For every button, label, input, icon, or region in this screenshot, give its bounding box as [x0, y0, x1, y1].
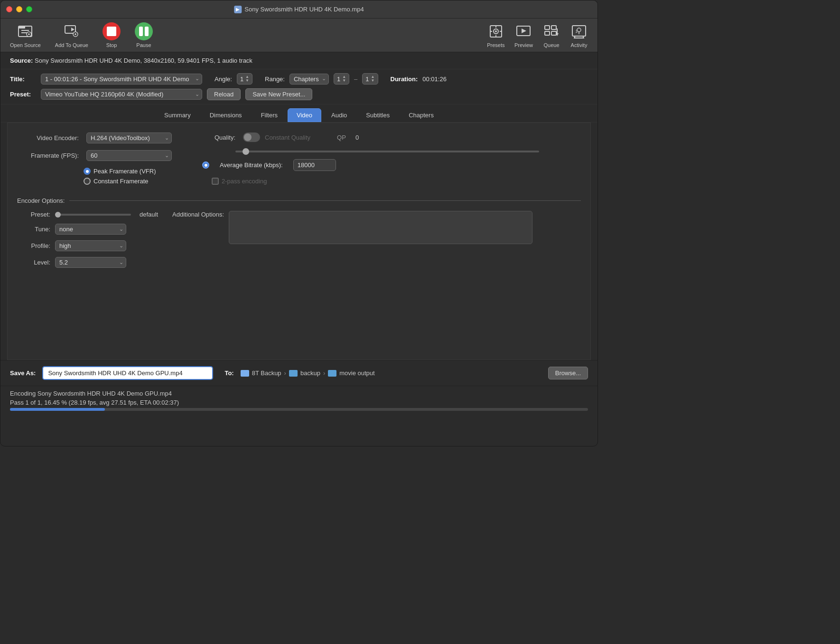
peak-framerate-label: Peak Framerate (VFR): [93, 168, 156, 175]
tab-filters[interactable]: Filters: [252, 108, 287, 122]
two-pass-checkbox-item[interactable]: 2-pass encoding: [212, 178, 267, 185]
preset-row: Preset: Vimeo YouTube HQ 2160p60 4K (Mod…: [10, 88, 588, 100]
preset-slider-thumb[interactable]: [55, 212, 61, 218]
tab-dimensions[interactable]: Dimensions: [201, 108, 251, 122]
profile-select[interactable]: high: [55, 240, 126, 251]
minimize-button[interactable]: [16, 6, 22, 12]
tune-select[interactable]: none: [55, 224, 126, 235]
video-encoder-label: Video Encoder:: [17, 134, 79, 142]
presets-button[interactable]: Presets: [487, 22, 505, 48]
angle-label: Angle:: [215, 76, 232, 83]
svg-rect-1: [19, 26, 25, 28]
quality-row: Quality: Constant Quality QP 0: [202, 133, 581, 142]
activity-label: Activity: [571, 42, 588, 48]
open-source-label: Open Source: [10, 42, 41, 48]
constant-framerate-option[interactable]: Constant Framerate: [84, 178, 156, 185]
maximize-button[interactable]: [26, 6, 32, 12]
preset-row-label: Preset:: [10, 91, 36, 98]
tab-audio[interactable]: Audio: [322, 108, 356, 122]
activity-button[interactable]: i Activity: [570, 22, 588, 48]
queue-icon: [542, 22, 560, 40]
svg-rect-13: [139, 27, 143, 36]
tune-select-wrapper: none: [55, 224, 126, 235]
reload-button[interactable]: Reload: [207, 88, 241, 100]
tune-label: Tune:: [17, 226, 50, 233]
drive-icon: [241, 370, 249, 377]
additional-options-label: Additional Options:: [172, 211, 224, 218]
preset-select[interactable]: Vimeo YouTube HQ 2160p60 4K (Modified): [41, 89, 202, 100]
two-pass-label: 2-pass encoding: [222, 178, 267, 185]
level-row: Level: 5.2: [17, 257, 158, 268]
preset-select-wrapper: Vimeo YouTube HQ 2160p60 4K (Modified): [41, 89, 202, 100]
quality-slider-thumb[interactable]: [243, 148, 249, 155]
tab-subtitles[interactable]: Subtitles: [357, 108, 399, 122]
add-to-queue-icon: [63, 22, 81, 40]
bitrate-row: Average Bitrate (kbps):: [202, 159, 581, 171]
pause-button[interactable]: Pause: [135, 22, 153, 48]
tab-summary[interactable]: Summary: [155, 108, 200, 122]
preset-slider: default: [55, 211, 158, 218]
tabs-bar: Summary Dimensions Filters Video Audio S…: [0, 104, 597, 123]
encoder-divider: [69, 200, 581, 201]
save-as-input[interactable]: [42, 366, 213, 380]
encoder-preset-label: Preset:: [17, 211, 50, 218]
title-label: Title:: [10, 76, 36, 83]
queue-button[interactable]: Queue: [542, 22, 560, 48]
video-encoder-row: Video Encoder: H.264 (VideoToolbox): [17, 133, 188, 143]
range-to-stepper[interactable]: 1 ▲▼: [362, 73, 378, 85]
progress-bar-container: [10, 408, 588, 411]
peak-framerate-option[interactable]: Peak Framerate (VFR): [84, 168, 156, 175]
framerate-type-group: Peak Framerate (VFR) Constant Framerate: [84, 168, 156, 185]
tab-chapters[interactable]: Chapters: [400, 108, 443, 122]
traffic-lights: [6, 6, 32, 12]
qp-value: 0: [355, 134, 359, 141]
video-encoder-select[interactable]: H.264 (VideoToolbox): [86, 133, 172, 143]
tab-video[interactable]: Video: [288, 108, 321, 122]
browse-button[interactable]: Browse...: [548, 367, 588, 379]
range-select[interactable]: Chapters: [289, 74, 329, 85]
video-section: Video Encoder: H.264 (VideoToolbox) Fram…: [17, 133, 581, 268]
angle-stepper[interactable]: 1 ▲▼: [237, 73, 252, 85]
save-row: Save As: To: 8T Backup › backup › movie …: [0, 360, 597, 386]
range-label: Range:: [265, 76, 285, 83]
additional-options-textarea[interactable]: [229, 211, 532, 244]
two-pass-row: 2-pass encoding: [202, 178, 581, 185]
app-icon: ▶: [234, 6, 242, 13]
avg-bitrate-radio[interactable]: [202, 161, 209, 169]
framerate-select[interactable]: 60: [86, 150, 172, 161]
encoder-fields: Preset: default Tune: none: [17, 211, 581, 268]
quality-toggle-row: Constant Quality: [243, 133, 310, 142]
video-encoder-select-wrapper: H.264 (VideoToolbox): [86, 133, 172, 143]
toolbar-right: Presets Preview: [487, 22, 588, 48]
level-select-wrapper: 5.2: [55, 257, 126, 268]
encoder-options-label: Encoder Options:: [17, 197, 65, 204]
avg-bitrate-input[interactable]: [293, 159, 336, 171]
framerate-select-wrapper: 60: [86, 150, 172, 161]
constant-quality-toggle[interactable]: [243, 133, 260, 142]
add-to-queue-button[interactable]: Add To Queue: [55, 22, 88, 48]
range-from-stepper[interactable]: 1 ▲▼: [334, 73, 349, 85]
profile-select-wrapper: high: [55, 240, 126, 251]
save-new-preset-button[interactable]: Save New Preset...: [245, 88, 312, 100]
preview-button[interactable]: Preview: [514, 22, 533, 48]
path-display: 8T Backup › backup › movie output: [241, 369, 375, 377]
additional-options-area: Additional Options:: [172, 211, 581, 268]
preset-slider-value: default: [140, 211, 158, 218]
svg-point-17: [495, 30, 497, 32]
status-line-2: Pass 1 of 1, 16.45 % (28.19 fps, avg 27.…: [10, 399, 588, 406]
activity-icon: i: [570, 22, 588, 40]
folder-icon-1: [289, 370, 298, 377]
svg-rect-12: [107, 27, 116, 36]
range-from-arrows: ▲▼: [342, 75, 346, 83]
avg-bitrate-label: Average Bitrate (kbps):: [220, 161, 283, 169]
pause-label: Pause: [136, 42, 151, 48]
queue-label: Queue: [543, 42, 559, 48]
svg-rect-26: [551, 26, 556, 29]
level-select[interactable]: 5.2: [55, 257, 126, 268]
path-arrow-2: ›: [323, 369, 325, 377]
title-select[interactable]: 1 - 00:01:26 - Sony Swordsmith HDR UHD 4…: [41, 74, 202, 85]
close-button[interactable]: [6, 6, 12, 12]
svg-marker-8: [71, 28, 75, 31]
stop-button[interactable]: Stop: [103, 22, 121, 48]
open-source-button[interactable]: Open Source: [10, 22, 41, 48]
